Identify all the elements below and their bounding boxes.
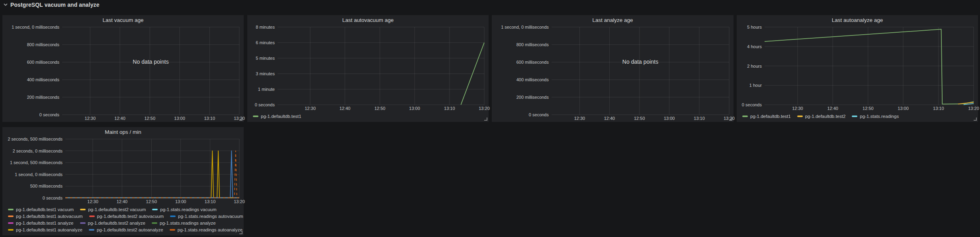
legend: pg-1.defaultdb.test1 vacuumpg-1.defaultd… [2,205,244,235]
legend-item-pg-1-defaultdb-test1[interactable]: pg-1.defaultdb.test1 [253,114,301,119]
legend-item-pg-1-defaultdb-test1-autovacuum[interactable]: pg-1.defaultdb.test1 autovacuum [8,214,83,219]
panel-resize-handle[interactable] [239,231,243,234]
legend-item-pg-1-defaultdb-test1-autoanalyze[interactable]: pg-1.defaultdb.test1 autoanalyze [8,227,82,232]
y-axis-label: 400 milliseconds [516,77,549,82]
legend-row: pg-1.defaultdb.test1 vacuumpg-1.defaultd… [8,206,240,212]
legend-row: pg-1.defaultdb.test1 autoanalyzepg-1.def… [8,227,240,233]
chart-plot-area: 1 second, 0 milliseconds800 milliseconds… [2,25,244,115]
y-axis-label: 0 seconds [529,112,549,117]
x-axis-label: 12:50 [634,116,645,121]
legend-item-pg-1-defaultdb-test1[interactable]: pg-1.defaultdb.test1 [742,114,791,119]
legend-color-marker [170,215,176,217]
y-axis-label: 4 hours [747,44,762,49]
legend-label: pg-1.stats.readings vacuum [160,207,216,212]
legend-item-pg-1-defaultdb-test2-autovacuum[interactable]: pg-1.defaultdb.test2 autovacuum [89,214,164,219]
y-axis-label: 0 seconds [255,102,275,107]
panel-title[interactable]: Last vacuum age [2,15,244,25]
plot-region [278,27,484,105]
chart-canvas[interactable] [552,27,729,115]
y-axis-label: 5 hours [747,25,762,29]
chart-canvas[interactable] [278,27,484,105]
y-axis-label: 200 milliseconds [516,95,549,100]
x-axis-label: 12:30 [87,199,98,204]
panel-title[interactable]: Maint ops / min [2,127,244,137]
y-axis-label: 800 milliseconds [516,42,549,47]
legend-row: pg-1.defaultdb.test1 [253,113,485,119]
y-axis-label: 600 milliseconds [27,60,59,65]
legend-item-pg-1-stats-readings-autovacuum[interactable]: pg-1.stats.readings autovacuum [170,214,243,219]
legend-label: pg-1.defaultdb.test1 vacuum [16,207,74,212]
panel-resize-handle[interactable] [974,118,977,121]
legend-color-marker [152,209,158,210]
x-axis-label: 13:00 [664,116,675,121]
x-axis-label: 13:00 [175,199,186,204]
y-axis-label: 0 seconds [39,112,59,117]
dashboard-row-header[interactable]: PostgreSQL vacuum and analyze [3,1,100,8]
legend-label: pg-1.stats.readings autoanalyze [178,227,243,232]
x-axis-label: 12:50 [145,116,156,121]
y-axis-label: 400 milliseconds [27,77,59,82]
y-axis: 2 seconds, 500 milliseconds2 seconds, 0 … [6,139,65,198]
legend-label: pg-1.stats.readings [860,114,899,119]
legend-label: pg-1.defaultdb.test2 autoanalyze [97,227,163,232]
panel-last-analyze-age: Last analyze age1 second, 0 milliseconds… [492,15,734,122]
legend-item-pg-1-defaultdb-test1-analyze[interactable]: pg-1.defaultdb.test1 analyze [8,221,74,225]
panel-last-vacuum-age: Last vacuum age1 second, 0 milliseconds8… [2,15,244,122]
legend-item-pg-1-stats-readings[interactable]: pg-1.stats.readings [852,114,899,119]
legend-item-pg-1-defaultdb-test2-vacuum[interactable]: pg-1.defaultdb.test2 vacuum [80,207,146,212]
x-axis: 12:3012:4012:5013:0013:1013:20 [737,105,978,112]
panel-resize-handle[interactable] [239,118,243,121]
legend-color-marker [8,215,14,217]
plot-region [65,139,239,198]
y-axis-label: 0 seconds [43,196,63,200]
legend-item-pg-1-defaultdb-test1-vacuum[interactable]: pg-1.defaultdb.test1 vacuum [8,207,74,212]
x-axis-label: 12:40 [339,106,350,111]
legend: pg-1.defaultdb.test1pg-1.defaultdb.test2… [737,112,978,122]
x-axis-label: 12:30 [792,106,803,111]
legend-color-marker [89,229,94,231]
x-axis-label: 13:00 [174,116,185,121]
x-axis-labels: 12:3012:4012:5013:0013:1013:20 [552,115,729,122]
legend-item-pg-1-stats-readings-analyze[interactable]: pg-1.stats.readings analyze [152,221,216,225]
chart-plot-area: 1 second, 0 milliseconds800 milliseconds… [492,25,734,115]
panel-title[interactable]: Last autovacuum age [247,15,489,25]
panel-last-autovacuum-age: Last autovacuum age8 minutes6 minutes5 m… [247,15,489,122]
panel-resize-handle[interactable] [729,118,732,121]
legend-item-pg-1-defaultdb-test2-autoanalyze[interactable]: pg-1.defaultdb.test2 autoanalyze [89,227,163,232]
y-axis-label: 8 minutes [256,25,275,29]
legend-row: pg-1.defaultdb.test1 autovacuumpg-1.defa… [8,213,240,219]
chart-canvas[interactable] [62,27,239,115]
legend-item-pg-1-defaultdb-test2-analyze[interactable]: pg-1.defaultdb.test2 analyze [80,221,146,225]
legend-item-pg-1-stats-readings-vacuum[interactable]: pg-1.stats.readings vacuum [152,207,216,212]
chart-canvas[interactable] [65,139,239,198]
legend-item-pg-1-defaultdb-test2[interactable]: pg-1.defaultdb.test2 [797,114,846,119]
x-axis: 12:3012:4012:5013:0013:1013:20 [247,105,489,112]
legend-color-marker [8,222,14,224]
x-axis: 12:3012:4012:5013:0013:1013:20 [2,115,244,122]
x-axis-label: 13:00 [409,106,420,111]
legend-color-marker [80,209,86,210]
legend-item-pg-1-stats-readings-autoanalyze[interactable]: pg-1.stats.readings autoanalyze [170,227,243,232]
y-axis-label: 1 second, 0 milliseconds [15,172,63,177]
chart-plot-area: 8 minutes6 minutes5 minutes3 minutes1 mi… [247,25,489,105]
y-axis-label: 200 milliseconds [27,95,59,100]
legend-color-marker [742,116,748,117]
row-title[interactable]: PostgreSQL vacuum and analyze [10,2,100,8]
legend: pg-1.defaultdb.test1 [247,112,489,122]
legend-row: pg-1.defaultdb.test1 analyzepg-1.default… [8,220,240,226]
legend-label: pg-1.defaultdb.test1 [261,114,301,119]
x-axis-label: 13:10 [933,106,944,111]
panel-resize-handle[interactable] [484,118,487,121]
panel-title[interactable]: Last analyze age [492,15,734,25]
x-axis-label: 12:50 [374,106,385,111]
legend-color-marker [89,215,95,217]
x-axis-labels: 12:3012:4012:5013:0013:1013:20 [65,198,239,205]
chart-canvas[interactable] [765,27,974,105]
legend-label: pg-1.defaultdb.test1 autoanalyze [16,227,82,232]
legend-row: pg-1.defaultdb.test1pg-1.defaultdb.test2… [742,113,974,119]
y-axis: 1 second, 0 milliseconds800 milliseconds… [496,27,552,115]
chevron-down-icon[interactable] [3,2,8,7]
x-axis-labels: 12:3012:4012:5013:0013:1013:20 [278,105,484,112]
panel-title[interactable]: Last autoanalyze age [737,15,978,25]
y-axis-label: 800 milliseconds [27,42,59,47]
